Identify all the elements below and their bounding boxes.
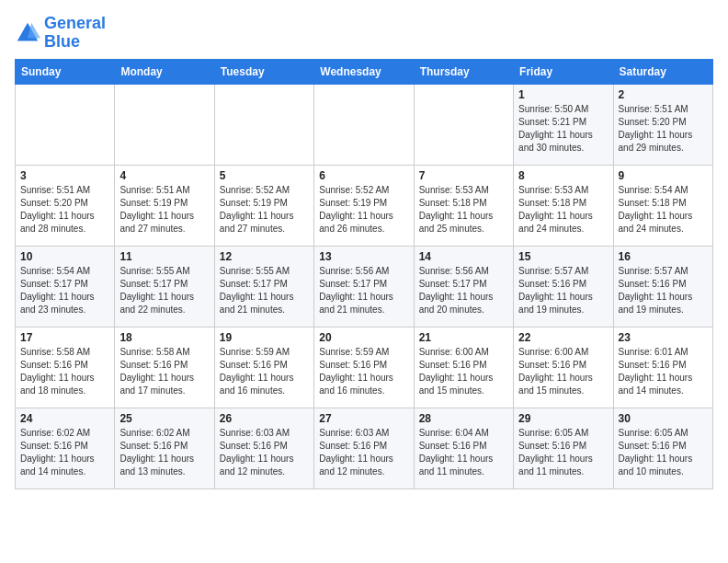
day-info: Sunrise: 5:55 AMSunset: 5:17 PMDaylight:… (220, 265, 309, 316)
calendar-day-cell (115, 84, 214, 165)
day-info: Sunrise: 6:00 AMSunset: 5:16 PMDaylight:… (419, 346, 508, 397)
day-number: 27 (319, 412, 408, 425)
calendar-week-row: 17Sunrise: 5:58 AMSunset: 5:16 PMDayligh… (16, 327, 713, 408)
day-number: 21 (419, 331, 508, 344)
day-number: 1 (518, 88, 608, 101)
day-info: Sunrise: 6:05 AMSunset: 5:16 PMDaylight:… (518, 427, 608, 478)
calendar-day-cell: 23Sunrise: 6:01 AMSunset: 5:16 PMDayligh… (613, 327, 712, 408)
calendar-day-cell: 30Sunrise: 6:05 AMSunset: 5:16 PMDayligh… (613, 408, 712, 488)
day-number: 16 (619, 250, 708, 263)
day-number: 5 (220, 169, 309, 182)
calendar-day-cell: 13Sunrise: 5:56 AMSunset: 5:17 PMDayligh… (314, 246, 414, 327)
day-info: Sunrise: 5:59 AMSunset: 5:16 PMDaylight:… (319, 346, 408, 397)
calendar-day-cell: 21Sunrise: 6:00 AMSunset: 5:16 PMDayligh… (414, 327, 513, 408)
calendar-day-cell (214, 84, 313, 165)
day-info: Sunrise: 5:53 AMSunset: 5:18 PMDaylight:… (518, 184, 608, 236)
calendar-day-cell (16, 84, 115, 165)
day-number: 19 (220, 331, 309, 344)
logo-text: General Blue (44, 15, 106, 52)
day-info: Sunrise: 5:56 AMSunset: 5:17 PMDaylight:… (319, 265, 408, 316)
weekday-header: Thursday (414, 59, 513, 84)
calendar-day-cell: 22Sunrise: 6:00 AMSunset: 5:16 PMDayligh… (514, 327, 613, 408)
day-info: Sunrise: 5:56 AMSunset: 5:17 PMDaylight:… (419, 265, 508, 316)
day-info: Sunrise: 5:59 AMSunset: 5:16 PMDaylight:… (220, 346, 309, 397)
day-info: Sunrise: 5:55 AMSunset: 5:17 PMDaylight:… (119, 265, 209, 316)
day-number: 15 (518, 250, 608, 263)
calendar-day-cell: 25Sunrise: 6:02 AMSunset: 5:16 PMDayligh… (115, 408, 214, 488)
day-info: Sunrise: 5:51 AMSunset: 5:20 PMDaylight:… (20, 184, 109, 236)
calendar-day-cell (314, 84, 414, 165)
day-number: 4 (119, 169, 209, 182)
calendar-week-row: 3Sunrise: 5:51 AMSunset: 5:20 PMDaylight… (16, 165, 713, 246)
calendar-day-cell: 18Sunrise: 5:58 AMSunset: 5:16 PMDayligh… (115, 327, 214, 408)
calendar-table: SundayMondayTuesdayWednesdayThursdayFrid… (15, 59, 713, 489)
day-info: Sunrise: 5:57 AMSunset: 5:16 PMDaylight:… (619, 265, 708, 316)
day-number: 6 (319, 169, 408, 182)
calendar-day-cell: 19Sunrise: 5:59 AMSunset: 5:16 PMDayligh… (214, 327, 313, 408)
calendar-day-cell: 29Sunrise: 6:05 AMSunset: 5:16 PMDayligh… (514, 408, 613, 488)
day-info: Sunrise: 5:53 AMSunset: 5:18 PMDaylight:… (419, 184, 508, 236)
logo: General Blue (15, 15, 106, 52)
weekday-header: Sunday (16, 59, 115, 84)
day-info: Sunrise: 6:01 AMSunset: 5:16 PMDaylight:… (619, 346, 708, 397)
day-number: 26 (220, 412, 309, 425)
calendar-day-cell: 16Sunrise: 5:57 AMSunset: 5:16 PMDayligh… (613, 246, 712, 327)
day-number: 14 (419, 250, 508, 263)
calendar-day-cell: 20Sunrise: 5:59 AMSunset: 5:16 PMDayligh… (314, 327, 414, 408)
day-number: 28 (419, 412, 508, 425)
day-number: 9 (619, 169, 708, 182)
calendar-day-cell: 27Sunrise: 6:03 AMSunset: 5:16 PMDayligh… (314, 408, 414, 488)
calendar-week-row: 1Sunrise: 5:50 AMSunset: 5:21 PMDaylight… (16, 84, 713, 165)
calendar-week-row: 10Sunrise: 5:54 AMSunset: 5:17 PMDayligh… (16, 246, 713, 327)
day-number: 30 (619, 412, 708, 425)
day-number: 29 (518, 412, 608, 425)
page-header: General Blue (15, 15, 713, 52)
day-info: Sunrise: 5:51 AMSunset: 5:19 PMDaylight:… (119, 184, 209, 236)
calendar-day-cell: 24Sunrise: 6:02 AMSunset: 5:16 PMDayligh… (16, 408, 115, 488)
weekday-header: Monday (115, 59, 214, 84)
day-info: Sunrise: 5:54 AMSunset: 5:17 PMDaylight:… (20, 265, 109, 316)
day-info: Sunrise: 5:54 AMSunset: 5:18 PMDaylight:… (619, 184, 708, 236)
day-info: Sunrise: 6:02 AMSunset: 5:16 PMDaylight:… (20, 427, 109, 478)
day-number: 3 (20, 169, 109, 182)
calendar-day-cell: 28Sunrise: 6:04 AMSunset: 5:16 PMDayligh… (414, 408, 513, 488)
day-number: 22 (518, 331, 608, 344)
weekday-header: Saturday (613, 59, 712, 84)
day-info: Sunrise: 6:03 AMSunset: 5:16 PMDaylight:… (220, 427, 309, 478)
day-info: Sunrise: 6:00 AMSunset: 5:16 PMDaylight:… (518, 346, 608, 397)
day-number: 25 (119, 412, 209, 425)
day-number: 18 (119, 331, 209, 344)
day-info: Sunrise: 5:51 AMSunset: 5:20 PMDaylight:… (619, 103, 708, 155)
day-info: Sunrise: 5:50 AMSunset: 5:21 PMDaylight:… (518, 103, 608, 155)
calendar-day-cell: 12Sunrise: 5:55 AMSunset: 5:17 PMDayligh… (214, 246, 313, 327)
day-info: Sunrise: 5:58 AMSunset: 5:16 PMDaylight:… (119, 346, 209, 397)
calendar-day-cell: 3Sunrise: 5:51 AMSunset: 5:20 PMDaylight… (16, 165, 115, 246)
day-info: Sunrise: 5:52 AMSunset: 5:19 PMDaylight:… (220, 184, 309, 236)
day-info: Sunrise: 6:04 AMSunset: 5:16 PMDaylight:… (419, 427, 508, 478)
day-number: 2 (619, 88, 708, 101)
day-number: 12 (220, 250, 309, 263)
day-number: 8 (518, 169, 608, 182)
day-number: 23 (619, 331, 708, 344)
calendar-day-cell (414, 84, 513, 165)
day-number: 13 (319, 250, 408, 263)
day-info: Sunrise: 6:02 AMSunset: 5:16 PMDaylight:… (119, 427, 209, 478)
weekday-header: Wednesday (314, 59, 414, 84)
calendar-day-cell: 5Sunrise: 5:52 AMSunset: 5:19 PMDaylight… (214, 165, 313, 246)
day-info: Sunrise: 5:52 AMSunset: 5:19 PMDaylight:… (319, 184, 408, 236)
logo-icon (15, 20, 40, 46)
weekday-header-row: SundayMondayTuesdayWednesdayThursdayFrid… (16, 59, 713, 84)
calendar-day-cell: 15Sunrise: 5:57 AMSunset: 5:16 PMDayligh… (514, 246, 613, 327)
day-number: 24 (20, 412, 109, 425)
calendar-day-cell: 4Sunrise: 5:51 AMSunset: 5:19 PMDaylight… (115, 165, 214, 246)
day-info: Sunrise: 5:57 AMSunset: 5:16 PMDaylight:… (518, 265, 608, 316)
day-info: Sunrise: 6:05 AMSunset: 5:16 PMDaylight:… (619, 427, 708, 478)
calendar-day-cell: 14Sunrise: 5:56 AMSunset: 5:17 PMDayligh… (414, 246, 513, 327)
weekday-header: Tuesday (214, 59, 313, 84)
day-number: 7 (419, 169, 508, 182)
calendar-day-cell: 1Sunrise: 5:50 AMSunset: 5:21 PMDaylight… (514, 84, 613, 165)
day-number: 20 (319, 331, 408, 344)
day-number: 10 (20, 250, 109, 263)
calendar-day-cell: 2Sunrise: 5:51 AMSunset: 5:20 PMDaylight… (613, 84, 712, 165)
weekday-header: Friday (514, 59, 613, 84)
